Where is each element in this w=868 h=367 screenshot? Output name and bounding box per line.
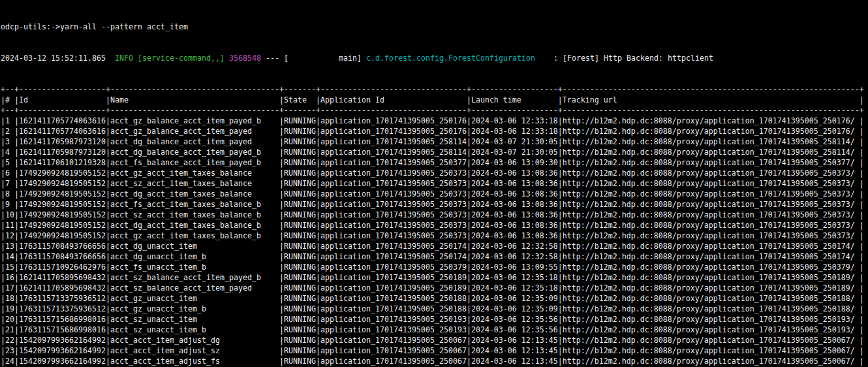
- log-part-5: c.d.forest.config.ForestConfiguration: [366, 54, 535, 63]
- table-row-12: |12|1749290924819505152|acct_gz_acct_ite…: [1, 231, 868, 241]
- table-row-15: |15|1763115710926462976|acct_fs_unacct_i…: [1, 262, 868, 272]
- table-header-row: |# |Id |Name |State |Application Id |Lau…: [1, 95, 868, 105]
- prompt-line: odcp-utils:->yarn-all --pattern acct_ite…: [1, 22, 868, 32]
- table-row-2: |2 |1621411705774063616|acct_gz_balance_…: [1, 126, 868, 136]
- table-row-9: |9 |1749290924819505152|acct_fs_acct_ite…: [1, 199, 868, 210]
- table-row-19: |19|1763115713375936512|acct_gz_unacct_i…: [1, 304, 868, 314]
- table-row-13: |13|1763115708493766656|acct_dg_unacct_i…: [1, 241, 868, 251]
- log-part-6: : [Forest] Http Backend: httpclient: [535, 54, 713, 63]
- table-row-23: |23|1542097993662164992|acct_acct_item_a…: [1, 345, 868, 356]
- log-line: 2024-03-12 15:52:11.865 INFO [service-co…: [1, 53, 868, 63]
- table-row-17: |17|1621411705895698432|acct_sz_balance_…: [1, 283, 868, 293]
- command-text: odcp-utils:->yarn-all --pattern acct_ite…: [1, 22, 188, 31]
- log-part-3: 3568548: [229, 54, 266, 63]
- log-part-4: --- [ main]: [266, 54, 366, 63]
- table-row-10: |10|1749290924819505152|acct_sz_acct_ite…: [1, 210, 868, 220]
- table-row-20: |20|1763115715686998016|acct_sz_unacct_i…: [1, 314, 868, 325]
- table-row-5: |5 |1621411706101219328|acct_fs_balance_…: [1, 157, 868, 168]
- table-row-22: |22|1542097993662164992|acct_acct_item_a…: [1, 335, 868, 345]
- table-row-16: |16|1621411705895698432|acct_sz_balance_…: [1, 272, 868, 283]
- log-part-0: 2024-03-12 15:52:11.865: [1, 54, 115, 63]
- table-row-7: |7 |1749290924819505152|acct_sz_acct_ite…: [1, 178, 868, 189]
- table-row-1: |1 |1621411705774063616|acct_gz_balance_…: [1, 116, 868, 126]
- table-row-24: |24|1542097993662164992|acct_acct_item_a…: [1, 356, 868, 366]
- table-border-header: +--+-------------------+----------------…: [1, 105, 868, 116]
- table-row-6: |6 |1749290924819505152|acct_gz_acct_ite…: [1, 168, 868, 178]
- log-part-1: INFO: [115, 54, 138, 63]
- yarn-applications-table: +--+-------------------+----------------…: [1, 84, 868, 367]
- table-row-4: |4 |1621411705987973120|acct_dg_balance_…: [1, 147, 868, 157]
- table-row-14: |14|1763115708493766656|acct_dg_unacct_i…: [1, 251, 868, 262]
- table-row-8: |8 |1749290924819505152|acct_dg_acct_ite…: [1, 189, 868, 199]
- table-row-11: |11|1749290924819505152|acct_dg_acct_ite…: [1, 220, 868, 231]
- table-border-top: +--+-------------------+----------------…: [1, 84, 868, 95]
- table-row-18: |18|1763115713375936512|acct_gz_unacct_i…: [1, 293, 868, 304]
- table-row-3: |3 |1621411705987973120|acct_dg_balance_…: [1, 136, 868, 147]
- log-part-2: [service-command,,]: [138, 54, 229, 63]
- table-row-21: |21|1763115715686998016|acct_sz_unacct_i…: [1, 325, 868, 335]
- terminal-screen[interactable]: odcp-utils:->yarn-all --pattern acct_ite…: [0, 0, 868, 367]
